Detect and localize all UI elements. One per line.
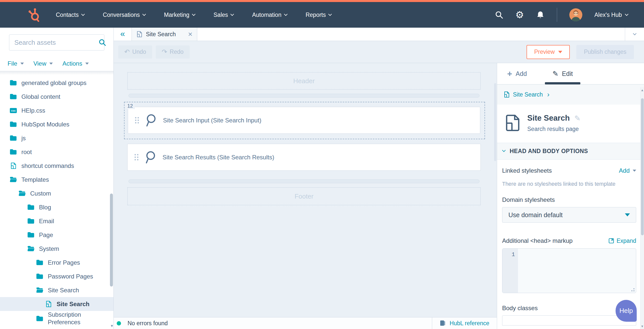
chevron-down-icon (633, 32, 636, 35)
inspector-scrollbar[interactable]: ▴ ▾ (640, 87, 644, 329)
view-menu-label: View (33, 60, 47, 67)
nav-item-conversations[interactable]: Conversations (103, 12, 145, 18)
tabbar-overflow-menu[interactable] (625, 28, 644, 41)
header-drop-zone[interactable]: Header (127, 72, 481, 90)
template-doc-icon (506, 115, 520, 131)
nav-item-sales[interactable]: Sales (214, 12, 234, 18)
module-site-search-results[interactable]: Site Search Results (Site Search Results… (127, 144, 481, 171)
tree-item-email[interactable]: Email (0, 214, 113, 228)
tree-item-page[interactable]: Page (0, 228, 113, 242)
view-menu[interactable]: View (33, 60, 53, 67)
close-tab-icon[interactable]: × (188, 30, 192, 38)
actions-menu[interactable]: Actions (62, 60, 89, 67)
footer-drop-zone[interactable]: Footer (127, 187, 481, 205)
sidebar-scrollbar-thumb[interactable] (110, 194, 113, 287)
folder-icon (27, 231, 35, 238)
tree-item-help-css[interactable]: cssHElp.css (0, 104, 113, 117)
tree-item-system[interactable]: System (0, 242, 113, 256)
tree-item-js[interactable]: js (0, 131, 113, 145)
scroll-down-arrow[interactable]: ▾ (640, 324, 644, 328)
expand-editor-button[interactable]: Expand (609, 238, 636, 244)
tree-item-blog[interactable]: Blog (0, 200, 113, 214)
hubl-reference-link[interactable]: HubL reference (432, 317, 497, 329)
nav-divider (557, 8, 557, 22)
tree-item-root[interactable]: root (0, 145, 113, 159)
avatar[interactable] (569, 8, 582, 21)
breadcrumb-item[interactable]: Site Search (513, 91, 543, 98)
folder-open-icon (10, 176, 17, 183)
account-menu[interactable]: Alex's Hub (594, 12, 628, 18)
nav-item-marketing[interactable]: Marketing (164, 12, 195, 18)
module-site-search-input[interactable]: Site Search Input (Site Search Input) (128, 107, 480, 134)
inspector-panel: + Add ✎ Edit Site Search › (497, 63, 644, 329)
tree-item-site-search[interactable]: Site Search (0, 283, 113, 297)
tree-item-custom[interactable]: Custom (0, 186, 113, 200)
nav-item-contacts[interactable]: Contacts (56, 12, 84, 18)
tree-item-label: Site Search (57, 300, 90, 308)
folder-icon (36, 273, 44, 280)
search-icon[interactable] (495, 11, 503, 19)
folder-icon (10, 93, 17, 100)
css-file-icon: css (10, 107, 17, 114)
sidebar-scrollbar-down-arrow[interactable]: ▾ (111, 323, 113, 328)
tree-item-subscription-preferences[interactable]: Subscription Preferences (0, 311, 113, 326)
redo-button[interactable]: ↷ Redo (156, 45, 190, 59)
domain-stylesheets-select[interactable]: Use domain default (502, 207, 636, 223)
svg-text:css: css (11, 109, 16, 112)
row-divider[interactable] (129, 179, 479, 183)
tree-item-templates[interactable]: Templates (0, 173, 113, 186)
canvas-scrollbar-thumb[interactable] (494, 83, 496, 161)
help-button[interactable]: Help (616, 300, 637, 322)
chevron-down-icon (502, 148, 506, 152)
head-and-body-options-section[interactable]: HEAD AND BODY OPTIONS (497, 143, 644, 160)
tree-item-error-pages[interactable]: Error Pages (0, 256, 113, 269)
notifications-bell-icon[interactable] (536, 11, 545, 19)
tree-item-label: Page (39, 231, 53, 239)
tree-item-shortcut-commands[interactable]: shortcut commands (0, 159, 113, 173)
hubspot-logo[interactable] (28, 8, 41, 22)
chevron-down-icon (230, 12, 234, 16)
resize-grip-icon[interactable] (633, 290, 634, 291)
settings-gear-icon[interactable]: ⚙ (515, 11, 524, 19)
row-divider[interactable] (129, 94, 479, 98)
magnifier-icon (144, 151, 156, 164)
tab-site-search[interactable]: Site Search × (132, 28, 197, 41)
rename-pencil-icon[interactable]: ✎ (574, 114, 581, 123)
tab-add[interactable]: + Add (507, 63, 527, 84)
template-file-icon (136, 31, 142, 37)
publish-changes-button[interactable]: Publish changes (576, 45, 634, 59)
code-input-area[interactable] (518, 249, 636, 293)
add-stylesheet-button[interactable]: Add (619, 167, 636, 174)
scroll-shadow (0, 71, 113, 75)
file-menu[interactable]: File (8, 60, 24, 67)
book-icon (440, 320, 446, 326)
inspector-scrollbar-thumb[interactable] (641, 98, 644, 235)
scroll-up-arrow[interactable]: ▴ (640, 88, 644, 92)
search-assets-input[interactable] (14, 39, 99, 46)
undo-button[interactable]: ↶ Undo (118, 45, 152, 59)
tree-item-site-search[interactable]: Site Search (0, 297, 113, 311)
folder-open-icon (18, 190, 26, 197)
template-file-icon (504, 91, 510, 98)
preview-button[interactable]: Preview (527, 45, 570, 59)
sidebar-menubar: File View Actions (0, 56, 113, 71)
nav-item-automation[interactable]: Automation (252, 12, 287, 18)
drag-handle-icon[interactable] (135, 117, 139, 123)
tree-item-password-pages[interactable]: Password Pages (0, 269, 113, 283)
tab-edit[interactable]: ✎ Edit (545, 63, 580, 84)
head-markup-code-editor: 1 (502, 248, 636, 293)
collapse-sidebar-button[interactable]: « (114, 28, 132, 41)
line-number-gutter: 1 (502, 249, 518, 293)
module-label: Site Search Input (Site Search Input) (163, 117, 261, 124)
breadcrumb: Site Search › (497, 84, 644, 105)
redo-label: Redo (170, 49, 184, 55)
search-icon[interactable] (99, 39, 106, 46)
chevron-down-icon (192, 12, 195, 16)
tree-item-generated-global-groups[interactable]: generated global groups (0, 76, 113, 90)
tree-item-global-content[interactable]: Global content (0, 90, 113, 104)
body-classes-input[interactable] (502, 315, 636, 325)
nav-item-reports[interactable]: Reports (306, 12, 332, 18)
drag-handle-icon[interactable] (135, 154, 138, 160)
folder-icon (10, 79, 17, 86)
tree-item-hubspot-modules[interactable]: HubSpot Modules (0, 117, 113, 131)
